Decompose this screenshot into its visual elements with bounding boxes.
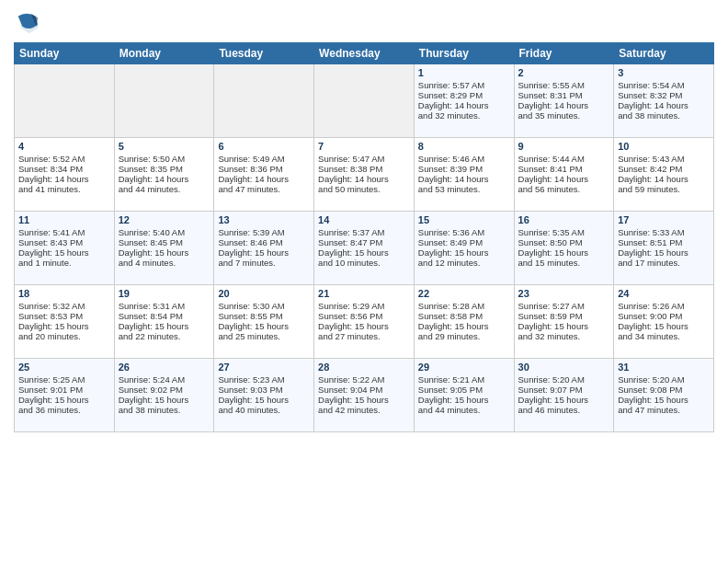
day-info-line: Sunset: 8:36 PM: [218, 164, 310, 174]
day-info-line: Daylight: 14 hours: [618, 100, 710, 110]
day-number: 15: [418, 214, 510, 225]
calendar-cell: 1Sunrise: 5:57 AMSunset: 8:29 PMDaylight…: [414, 64, 514, 138]
calendar-cell: 30Sunrise: 5:20 AMSunset: 9:07 PMDayligh…: [514, 359, 614, 432]
day-info-line: and 10 minutes.: [318, 258, 410, 268]
day-info-line: Sunset: 8:34 PM: [18, 164, 110, 174]
day-number: 23: [518, 288, 610, 299]
logo-icon: [14, 9, 40, 35]
day-info-line: Sunset: 8:39 PM: [418, 164, 510, 174]
day-number: 27: [218, 362, 310, 373]
day-info-line: Daylight: 14 hours: [119, 174, 210, 184]
day-info-line: and 15 minutes.: [518, 258, 610, 268]
calendar-cell: 5Sunrise: 5:50 AMSunset: 8:35 PMDaylight…: [114, 138, 214, 212]
calendar-week: 1Sunrise: 5:57 AMSunset: 8:29 PMDaylight…: [15, 64, 714, 138]
day-number: 6: [218, 141, 310, 152]
day-number: 17: [618, 214, 710, 225]
day-info-line: Daylight: 15 hours: [418, 395, 510, 405]
day-info-line: Sunrise: 5:26 AM: [618, 301, 710, 311]
calendar-cell: 12Sunrise: 5:40 AMSunset: 8:45 PMDayligh…: [114, 212, 214, 285]
day-info-line: Daylight: 15 hours: [518, 395, 610, 405]
calendar-cell: [314, 64, 415, 138]
day-info-line: and 1 minute.: [18, 258, 110, 268]
day-info-line: and 40 minutes.: [218, 405, 310, 415]
day-info-line: and 20 minutes.: [18, 331, 110, 341]
day-info-line: and 44 minutes.: [119, 184, 210, 194]
day-info-line: and 7 minutes.: [218, 258, 310, 268]
day-number: 11: [18, 214, 110, 225]
day-number: 2: [518, 67, 610, 78]
day-number: 9: [518, 141, 610, 152]
calendar-cell: 6Sunrise: 5:49 AMSunset: 8:36 PMDaylight…: [214, 138, 314, 212]
day-info-line: Sunrise: 5:25 AM: [18, 374, 110, 385]
calendar-cell: [214, 64, 314, 138]
calendar-week: 25Sunrise: 5:25 AMSunset: 9:01 PMDayligh…: [15, 359, 714, 432]
day-number: 30: [518, 362, 610, 373]
day-info-line: Sunset: 9:03 PM: [218, 385, 310, 395]
day-info-line: Sunset: 9:05 PM: [418, 385, 510, 395]
header: [14, 9, 714, 35]
day-info-line: and 32 minutes.: [518, 331, 610, 341]
day-info-line: Daylight: 15 hours: [618, 321, 710, 331]
day-info-line: Daylight: 15 hours: [418, 247, 510, 258]
day-info-line: and 44 minutes.: [418, 405, 510, 415]
header-day: Saturday: [614, 43, 714, 64]
header-day: Thursday: [414, 43, 514, 64]
day-info-line: Sunset: 8:31 PM: [518, 90, 610, 100]
day-info-line: Sunset: 8:38 PM: [318, 164, 410, 174]
day-info-line: Sunset: 8:47 PM: [318, 237, 410, 247]
day-info-line: Sunset: 9:01 PM: [18, 385, 110, 395]
day-number: 12: [119, 214, 210, 225]
day-info-line: and 46 minutes.: [518, 405, 610, 415]
calendar-cell: 19Sunrise: 5:31 AMSunset: 8:54 PMDayligh…: [114, 285, 214, 359]
calendar-cell: 3Sunrise: 5:54 AMSunset: 8:32 PMDaylight…: [614, 64, 714, 138]
calendar-cell: 9Sunrise: 5:44 AMSunset: 8:41 PMDaylight…: [514, 138, 614, 212]
day-number: 18: [18, 288, 110, 299]
calendar-cell: [15, 64, 115, 138]
calendar-cell: 2Sunrise: 5:55 AMSunset: 8:31 PMDaylight…: [514, 64, 614, 138]
day-info-line: Sunrise: 5:49 AM: [218, 154, 310, 164]
day-number: 14: [318, 214, 410, 225]
day-info-line: Sunrise: 5:57 AM: [418, 80, 510, 90]
day-info-line: Sunset: 8:58 PM: [418, 311, 510, 321]
day-info-line: Sunset: 8:46 PM: [218, 237, 310, 247]
header-day: Wednesday: [314, 43, 415, 64]
day-info-line: Sunrise: 5:43 AM: [618, 154, 710, 164]
day-info-line: Sunset: 9:02 PM: [119, 385, 210, 395]
day-info-line: Sunset: 9:07 PM: [518, 385, 610, 395]
calendar-cell: 21Sunrise: 5:29 AMSunset: 8:56 PMDayligh…: [314, 285, 415, 359]
day-info-line: and 59 minutes.: [618, 184, 710, 194]
day-info-line: Sunset: 8:35 PM: [119, 164, 210, 174]
day-info-line: and 35 minutes.: [518, 110, 610, 121]
day-number: 10: [618, 141, 710, 152]
header-row: SundayMondayTuesdayWednesdayThursdayFrid…: [15, 43, 714, 64]
day-info-line: and 4 minutes.: [119, 258, 210, 268]
calendar-cell: 16Sunrise: 5:35 AMSunset: 8:50 PMDayligh…: [514, 212, 614, 285]
day-info-line: Sunrise: 5:20 AM: [618, 374, 710, 385]
day-info-line: Sunset: 9:04 PM: [318, 385, 410, 395]
day-info-line: Daylight: 15 hours: [218, 395, 310, 405]
day-info-line: Daylight: 15 hours: [218, 247, 310, 258]
day-info-line: Daylight: 15 hours: [318, 395, 410, 405]
day-info-line: Sunset: 8:45 PM: [119, 237, 210, 247]
day-info-line: Sunrise: 5:31 AM: [119, 301, 210, 311]
calendar-cell: 23Sunrise: 5:27 AMSunset: 8:59 PMDayligh…: [514, 285, 614, 359]
day-info-line: Daylight: 15 hours: [518, 247, 610, 258]
day-info-line: Sunset: 8:41 PM: [518, 164, 610, 174]
day-info-line: Sunrise: 5:55 AM: [518, 80, 610, 90]
day-info-line: Sunrise: 5:47 AM: [318, 154, 410, 164]
day-info-line: Sunrise: 5:28 AM: [418, 301, 510, 311]
day-info-line: and 36 minutes.: [18, 405, 110, 415]
day-number: 16: [518, 214, 610, 225]
day-info-line: and 12 minutes.: [418, 258, 510, 268]
calendar-cell: 4Sunrise: 5:52 AMSunset: 8:34 PMDaylight…: [15, 138, 115, 212]
day-info-line: Daylight: 14 hours: [618, 174, 710, 184]
day-info-line: Sunset: 8:51 PM: [618, 237, 710, 247]
day-info-line: Sunrise: 5:46 AM: [418, 154, 510, 164]
day-info-line: Sunrise: 5:32 AM: [18, 301, 110, 311]
day-info-line: Daylight: 15 hours: [218, 321, 310, 331]
day-info-line: Sunrise: 5:23 AM: [218, 374, 310, 385]
calendar-cell: 27Sunrise: 5:23 AMSunset: 9:03 PMDayligh…: [214, 359, 314, 432]
page: SundayMondayTuesdayWednesdayThursdayFrid…: [0, 0, 728, 563]
day-info-line: Sunrise: 5:35 AM: [518, 227, 610, 237]
day-info-line: Daylight: 15 hours: [618, 395, 710, 405]
